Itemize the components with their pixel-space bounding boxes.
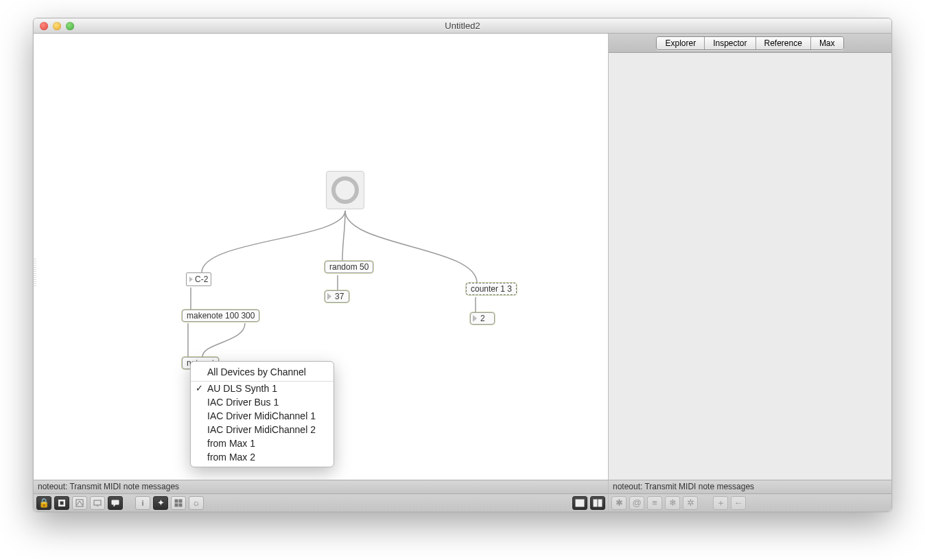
check-icon: ✓ (196, 383, 203, 393)
random-text: random 50 (329, 262, 368, 272)
note-display-value: C-2 (195, 275, 208, 284)
svg-rect-6 (179, 500, 182, 502)
grid-icon[interactable] (171, 496, 186, 510)
random-number-box[interactable]: 37 (325, 290, 349, 303)
menu-item-label: IAC Driver Bus 1 (207, 397, 279, 408)
svg-rect-8 (179, 504, 182, 506)
tab-explorer[interactable]: Explorer (657, 37, 705, 49)
side-status-bar: noteout: Transmit MIDI note messages (609, 480, 891, 493)
menu-item-label: from Max 2 (207, 452, 255, 463)
menu-item-from-max-1[interactable]: from Max 1 (191, 436, 333, 450)
window-body: C-2 makenote 100 300 noteout random 50 3… (34, 34, 891, 511)
freeze-icon[interactable]: ✱ (611, 496, 627, 510)
add-icon[interactable]: ＋ (713, 496, 728, 510)
side-tabs: Explorer Inspector Reference Max (609, 34, 891, 53)
svg-rect-7 (175, 504, 178, 506)
tab-reference[interactable]: Reference (756, 37, 811, 49)
menu-item-label: AU DLS Synth 1 (207, 383, 277, 394)
noteout-device-menu[interactable]: All Devices by Channel ✓ AU DLS Synth 1 … (190, 361, 334, 467)
new-object-icon[interactable] (54, 496, 69, 510)
side-panel: Explorer Inspector Reference Max noteout… (608, 34, 891, 511)
side-panel-body (609, 53, 891, 480)
patching-mode-icon[interactable] (72, 496, 87, 510)
menu-item-iac-driver-midichannel-1[interactable]: IAC Driver MidiChannel 1 (191, 409, 333, 423)
bang-icon (331, 176, 359, 204)
patcher-canvas[interactable]: C-2 makenote 100 300 noteout random 50 3… (34, 34, 608, 480)
patcher-status-text: noteout: Transmit MIDI note messages (38, 482, 179, 491)
menu-item-label: from Max 1 (207, 438, 255, 449)
side-status-text: noteout: Transmit MIDI note messages (613, 482, 754, 491)
split-view-icon[interactable] (590, 496, 605, 510)
tab-label: Reference (764, 38, 802, 48)
at-icon[interactable]: @ (629, 496, 644, 510)
counter-number-box[interactable]: 2 (470, 312, 495, 325)
tab-group: Explorer Inspector Reference Max (656, 36, 843, 50)
single-view-icon[interactable] (572, 496, 587, 510)
counter-number-value: 2 (480, 314, 485, 323)
bang-button[interactable] (326, 171, 364, 209)
makenote-object[interactable]: makenote 100 300 (182, 310, 259, 322)
gear-icon[interactable]: ✲ (683, 496, 698, 510)
menu-header: All Devices by Channel (191, 364, 333, 382)
counter-text: counter 1 3 (471, 284, 512, 294)
tab-inspector[interactable]: Inspector (705, 37, 756, 49)
style-icon[interactable]: ❄ (665, 496, 680, 510)
menu-item-au-dls-synth-1[interactable]: ✓ AU DLS Synth 1 (191, 382, 333, 395)
note-display[interactable]: C-2 (186, 272, 211, 286)
svg-rect-5 (175, 500, 178, 502)
svg-rect-10 (594, 500, 597, 506)
debug-icon[interactable]: ✦ (153, 496, 168, 510)
tab-max[interactable]: Max (811, 37, 843, 49)
message-icon[interactable] (108, 496, 123, 510)
patcher-area: C-2 makenote 100 300 noteout random 50 3… (34, 34, 608, 511)
presentation-mode-icon[interactable] (90, 496, 105, 510)
patcher-toolbar: 🔒 i ✦ ☼ (34, 493, 608, 511)
activity-icon[interactable]: ☼ (189, 496, 204, 510)
zoom-icon[interactable] (66, 22, 74, 30)
tab-label: Max (819, 38, 835, 48)
menu-item-label: IAC Driver MidiChannel 2 (207, 424, 316, 435)
makenote-text: makenote 100 300 (187, 311, 255, 320)
tab-label: Inspector (713, 38, 747, 48)
traffic-lights (40, 22, 74, 30)
close-icon[interactable] (40, 22, 48, 30)
list-icon[interactable]: ≡ (647, 496, 662, 510)
side-toolbar: ✱ @ ≡ ❄ ✲ ＋ ← (609, 493, 891, 511)
titlebar[interactable]: Untitled2 (34, 19, 891, 34)
lock-icon[interactable]: 🔒 (36, 496, 51, 510)
svg-rect-3 (94, 500, 101, 505)
menu-item-iac-driver-bus-1[interactable]: IAC Driver Bus 1 (191, 395, 333, 409)
svg-rect-9 (576, 500, 584, 506)
info-icon[interactable]: i (135, 496, 150, 510)
tab-label: Explorer (665, 38, 696, 48)
panel-resize-handle[interactable] (33, 259, 36, 286)
random-object[interactable]: random 50 (325, 261, 373, 273)
back-icon[interactable]: ← (731, 496, 746, 510)
menu-item-iac-driver-midichannel-2[interactable]: IAC Driver MidiChannel 2 (191, 423, 333, 436)
random-number-value: 37 (335, 292, 344, 301)
patcher-status-bar: noteout: Transmit MIDI note messages (34, 480, 608, 493)
counter-object[interactable]: counter 1 3 (466, 283, 517, 295)
minimize-icon[interactable] (53, 22, 61, 30)
window-title: Untitled2 (34, 21, 891, 31)
app-window: Untitled2 (33, 18, 892, 512)
svg-rect-11 (598, 500, 602, 506)
menu-item-from-max-2[interactable]: from Max 2 (191, 450, 333, 464)
menu-item-label: IAC Driver MidiChannel 1 (207, 410, 316, 421)
svg-rect-1 (60, 501, 64, 505)
